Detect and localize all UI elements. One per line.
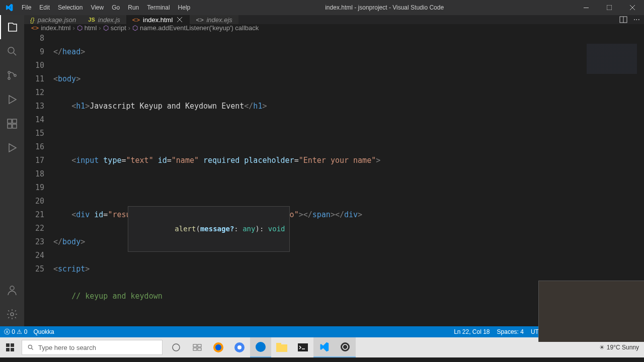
- window-controls: [575, 0, 644, 15]
- symbol-icon: ⬡: [103, 24, 109, 32]
- minimize-button[interactable]: [575, 0, 598, 15]
- maximize-button[interactable]: [598, 0, 621, 15]
- svg-point-3: [8, 71, 10, 73]
- source-control-icon[interactable]: [0, 63, 24, 87]
- tab-index-js[interactable]: JS index.js: [82, 15, 126, 24]
- file-explorer-icon[interactable]: [271, 337, 292, 357]
- symbol-icon: ⬡: [132, 24, 138, 32]
- accounts-icon[interactable]: [0, 278, 24, 302]
- svg-point-10: [10, 286, 14, 290]
- extensions-icon[interactable]: [0, 112, 24, 136]
- svg-rect-9: [13, 124, 17, 128]
- svg-rect-19: [193, 344, 197, 347]
- breadcrumb-item[interactable]: script: [111, 24, 126, 32]
- html-icon: <>: [132, 16, 140, 24]
- breadcrumb-item[interactable]: index.html: [41, 24, 70, 32]
- js-icon: JS: [88, 17, 95, 23]
- svg-rect-22: [198, 348, 201, 350]
- vscode-taskbar-icon[interactable]: [313, 337, 335, 357]
- svg-point-27: [256, 342, 266, 352]
- tab-index-html[interactable]: <> index.html: [126, 15, 190, 24]
- close-button[interactable]: [621, 0, 644, 15]
- tab-label: index.js: [98, 16, 120, 24]
- firefox-icon[interactable]: [208, 337, 229, 357]
- breadcrumb-item[interactable]: name.addEventListener('keyup') callback: [140, 24, 259, 32]
- menu-run[interactable]: Run: [124, 0, 143, 15]
- terminal-icon[interactable]: [292, 337, 313, 357]
- svg-rect-14: [11, 343, 14, 347]
- svg-rect-30: [298, 343, 308, 351]
- tab-label: index.ejs: [206, 16, 232, 24]
- svg-point-17: [28, 345, 32, 348]
- tab-label: index.html: [143, 16, 173, 24]
- menu-go[interactable]: Go: [108, 0, 124, 15]
- vscode-logo-icon: [0, 4, 18, 12]
- menu-file[interactable]: File: [18, 0, 35, 15]
- window-title: index.html - jsonproject - Visual Studio…: [194, 4, 575, 11]
- menu-edit[interactable]: Edit: [35, 0, 54, 15]
- svg-rect-29: [276, 343, 281, 345]
- menu-terminal[interactable]: Terminal: [143, 0, 174, 15]
- chevron-right-icon: ›: [99, 24, 101, 32]
- svg-point-2: [8, 47, 14, 53]
- menu-bar: File Edit Selection View Go Run Terminal…: [18, 0, 194, 15]
- svg-rect-6: [8, 119, 12, 123]
- ejs-icon: <>: [196, 16, 203, 24]
- svg-rect-0: [584, 8, 589, 8]
- svg-rect-20: [198, 344, 201, 347]
- cortana-icon[interactable]: [166, 337, 187, 357]
- symbol-icon: ⬡: [77, 24, 83, 32]
- svg-point-11: [11, 313, 14, 316]
- svg-point-24: [215, 344, 221, 350]
- activity-bar: [0, 15, 24, 326]
- chrome-icon[interactable]: [229, 337, 250, 357]
- svg-point-4: [8, 77, 10, 79]
- svg-rect-13: [6, 343, 10, 347]
- task-view-icon[interactable]: [187, 337, 208, 357]
- signature-help-tooltip: alert(message?: any): void: [128, 206, 290, 252]
- svg-point-26: [237, 345, 242, 349]
- more-actions-icon[interactable]: ···: [633, 15, 640, 24]
- system-tray[interactable]: ☀ 19°C Sunny: [599, 344, 644, 351]
- minimap[interactable]: [587, 44, 637, 94]
- svg-rect-1: [607, 5, 612, 10]
- svg-rect-15: [6, 348, 10, 351]
- html-icon: <>: [31, 24, 39, 32]
- search-placeholder: Type here to search: [38, 344, 96, 351]
- run-arrow-icon[interactable]: [0, 136, 24, 160]
- breadcrumbs[interactable]: <> index.html › ⬡ html › ⬡ script › ⬡ na…: [24, 24, 644, 32]
- warning-icon: ⚠: [17, 328, 22, 335]
- obs-icon[interactable]: [335, 337, 356, 357]
- titlebar: File Edit Selection View Go Run Terminal…: [0, 0, 644, 15]
- breadcrumb-item[interactable]: html: [85, 24, 97, 32]
- explorer-icon[interactable]: [0, 15, 24, 39]
- settings-icon[interactable]: [0, 302, 24, 326]
- weather-widget[interactable]: ☀ 19°C Sunny: [599, 344, 639, 351]
- menu-help[interactable]: Help: [174, 0, 195, 15]
- taskbar-search[interactable]: Type here to search: [22, 340, 163, 355]
- edge-icon[interactable]: [250, 337, 271, 357]
- editor-tabs: {} package.json JS index.js <> index.htm…: [24, 15, 644, 24]
- run-debug-icon[interactable]: [0, 87, 24, 112]
- tab-package-json[interactable]: {} package.json: [24, 15, 82, 24]
- start-button[interactable]: [0, 337, 20, 357]
- svg-point-31: [341, 342, 350, 351]
- menu-selection[interactable]: Selection: [54, 0, 87, 15]
- split-editor-icon[interactable]: [619, 16, 627, 24]
- chevron-right-icon: ›: [128, 24, 130, 32]
- svg-rect-21: [193, 348, 197, 350]
- svg-point-18: [173, 344, 180, 351]
- braces-icon: {}: [30, 16, 35, 24]
- tab-label: package.json: [38, 16, 76, 24]
- svg-rect-7: [13, 119, 17, 123]
- tab-index-ejs[interactable]: <> index.ejs: [190, 15, 238, 24]
- svg-rect-8: [8, 124, 12, 128]
- error-icon: ⓧ: [4, 328, 10, 335]
- svg-rect-28: [276, 344, 287, 352]
- close-icon[interactable]: [176, 16, 184, 24]
- webcam-overlay: [538, 281, 644, 342]
- search-icon: [27, 344, 34, 351]
- search-icon[interactable]: [0, 39, 24, 63]
- menu-view[interactable]: View: [87, 0, 108, 15]
- svg-rect-16: [11, 348, 14, 351]
